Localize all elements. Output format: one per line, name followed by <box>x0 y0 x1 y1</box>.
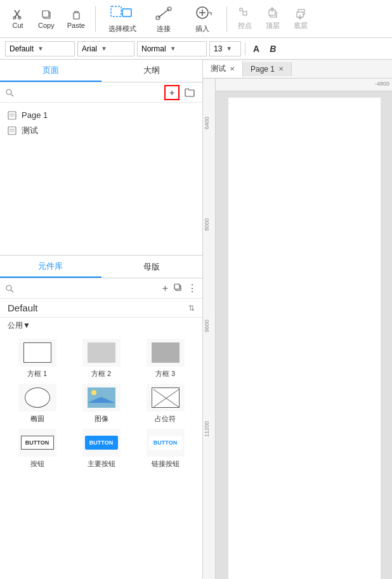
mode-dropdown-arrow: ▼ <box>170 45 176 52</box>
list-item[interactable]: 方框 3 <box>136 339 195 379</box>
control-point-button[interactable]: 控点 <box>232 4 258 33</box>
tab-pages[interactable]: 页面 <box>0 60 101 82</box>
paste-button[interactable]: Paste <box>62 6 90 32</box>
svg-line-24 <box>11 94 13 96</box>
panel-tabs: 页面 大纲 <box>0 60 202 82</box>
folder-icon <box>185 88 195 97</box>
add-component-button[interactable]: + <box>162 283 168 294</box>
close-tab1-button[interactable]: ✕ <box>230 65 235 72</box>
font-size-value: 13 <box>214 44 222 53</box>
toolbar: Cut Copy Paste 选择模式 连接 <box>0 0 392 38</box>
tab-outline[interactable]: 大纲 <box>101 60 203 82</box>
tab-canvas-ceshi[interactable]: 测试 ✕ <box>203 61 243 77</box>
svg-rect-8 <box>122 9 131 16</box>
component-search-input[interactable] <box>19 284 157 293</box>
svg-rect-25 <box>8 112 16 119</box>
svg-rect-5 <box>42 11 49 17</box>
canvas-content[interactable] <box>216 91 392 579</box>
library-up-down-icon[interactable]: ⇅ <box>188 304 195 313</box>
component-grid: 方框 1 方框 2 方框 3 <box>0 334 202 474</box>
component-preview-box1 <box>18 339 56 367</box>
bottom-layer-button[interactable]: 底层 <box>288 4 313 33</box>
copy-component-button[interactable] <box>173 283 182 294</box>
component-preview-primary-button: BUTTON <box>82 429 121 457</box>
svg-rect-7 <box>111 6 121 16</box>
new-page-button[interactable]: + <box>164 85 180 100</box>
select-mode-button[interactable]: 选择模式 <box>101 1 144 36</box>
copy-button[interactable]: Copy <box>33 6 60 32</box>
list-item[interactable]: Page 1 <box>0 108 202 122</box>
top-layer-button[interactable]: 顶层 <box>260 4 285 33</box>
list-item[interactable]: BUTTON 链接按钮 <box>136 429 195 469</box>
svg-point-23 <box>6 89 11 94</box>
canvas-page <box>228 98 381 579</box>
more-button[interactable]: ⋮ <box>187 282 197 294</box>
ruler-h-content: -4800 <box>216 79 392 91</box>
svg-point-31 <box>6 285 11 290</box>
pages-search-row <box>5 88 162 97</box>
tab-canvas-page1[interactable]: Page 1 ✕ <box>243 62 292 76</box>
cut-button[interactable]: Cut <box>5 6 30 32</box>
canvas-wrapper: -4800 6400 8000 9600 11200 <box>203 79 392 579</box>
mode-select[interactable]: Normal ▼ <box>137 41 207 56</box>
svg-rect-28 <box>8 127 16 134</box>
insert-button[interactable]: 插入 <box>183 1 221 36</box>
folder-button[interactable] <box>182 85 197 100</box>
sep1 <box>95 6 96 32</box>
connect-label: 连接 <box>157 24 171 34</box>
component-label: 方框 3 <box>155 369 175 379</box>
font-select[interactable]: Arial ▼ <box>77 41 134 56</box>
close-tab2-button[interactable]: ✕ <box>278 65 284 72</box>
list-item[interactable]: 测试 <box>0 122 202 139</box>
tab-library[interactable]: 元件库 <box>0 256 101 278</box>
italic-button[interactable]: B <box>266 42 280 55</box>
component-preview-button: BUTTON <box>18 429 56 457</box>
library-name: Default <box>8 303 38 313</box>
component-preview-link-button: BUTTON <box>147 429 185 457</box>
style-dropdown-arrow: ▼ <box>37 45 44 52</box>
canvas-tabs: 测试 ✕ Page 1 ✕ <box>203 60 392 79</box>
component-search-icon <box>5 284 14 293</box>
component-label: 主要按钮 <box>88 459 115 469</box>
ruler-corner <box>203 79 216 91</box>
format-sep <box>245 42 245 55</box>
connect-button[interactable]: 连接 <box>147 1 181 36</box>
font-size-dropdown-arrow: ▼ <box>226 45 232 52</box>
ruler-v-label-8000: 8000 <box>204 218 210 231</box>
list-item[interactable]: 图像 <box>72 384 131 424</box>
pages-search-input[interactable] <box>16 88 162 97</box>
style-select[interactable]: Default ▼ <box>5 41 75 56</box>
list-item[interactable]: BUTTON 按钮 <box>8 429 67 469</box>
search-icon <box>5 88 14 97</box>
component-section: 元件库 母版 + ⋮ <box>0 255 202 521</box>
paste-label: Paste <box>67 22 85 29</box>
component-preview-ellipse <box>18 384 56 412</box>
ruler-vertical: 6400 8000 9600 11200 <box>203 91 216 579</box>
component-preview-box2 <box>82 339 121 367</box>
svg-rect-6 <box>74 13 79 19</box>
top-layer-label: 顶层 <box>266 21 280 30</box>
tab-master[interactable]: 母版 <box>101 256 203 278</box>
list-item[interactable]: 方框 1 <box>8 339 67 379</box>
list-item[interactable]: BUTTON 主要按钮 <box>72 429 131 469</box>
font-value: Arial <box>82 44 97 53</box>
svg-line-32 <box>11 290 13 292</box>
component-tabs: 元件库 母版 <box>0 256 202 278</box>
ruler-v-label-6400: 6400 <box>204 117 210 129</box>
bold-button[interactable]: A <box>249 42 263 55</box>
copy-label: Copy <box>38 22 55 29</box>
component-label: 链接按钮 <box>152 459 180 469</box>
style-value: Default <box>10 44 34 53</box>
component-label: 按钮 <box>30 459 44 469</box>
select-mode-label: 选择模式 <box>108 24 136 34</box>
list-item[interactable]: 椭圆 <box>8 384 67 424</box>
svg-rect-16 <box>240 8 242 11</box>
component-label: 占位符 <box>155 414 176 424</box>
format-bar: Default ▼ Arial ▼ Normal ▼ 13 ▼ A B <box>0 38 392 60</box>
font-size-select[interactable]: 13 ▼ <box>209 41 241 56</box>
control-point-label: 控点 <box>238 21 252 30</box>
list-item[interactable]: 方框 2 <box>72 339 131 379</box>
list-item[interactable]: 占位符 <box>136 384 195 424</box>
component-label: 方框 2 <box>91 369 111 379</box>
component-label: 方框 1 <box>27 369 47 379</box>
